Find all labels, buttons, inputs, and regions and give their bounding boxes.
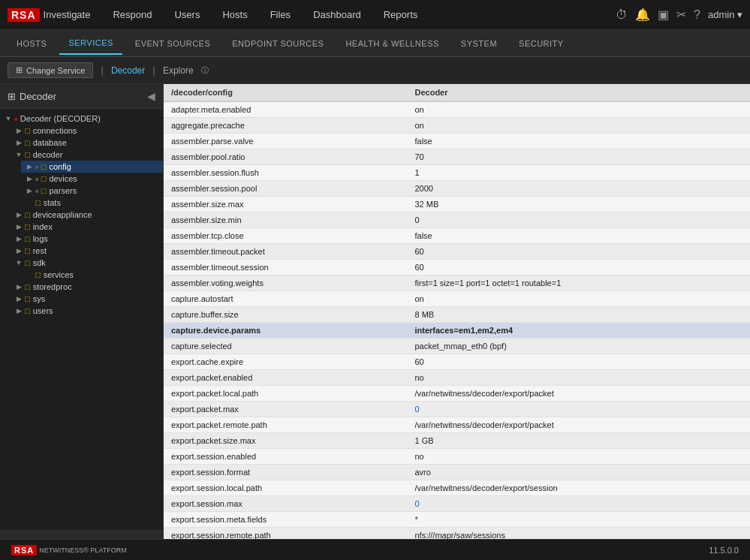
table-cell-value: 1 GB — [408, 433, 751, 449]
tree-label-devices[interactable]: ▶ ■ □ devices — [21, 173, 163, 185]
table-row[interactable]: export.session.meta.fields* — [164, 512, 750, 528]
tree-label-sys[interactable]: ▶ □ sys — [11, 293, 163, 305]
tab-system[interactable]: SYSTEM — [452, 33, 506, 54]
expand-sdk: ▼ — [14, 259, 23, 266]
collapse-sidebar-button[interactable]: ◀ — [147, 90, 155, 102]
tab-endpoint-sources[interactable]: ENDPOINT SOURCES — [223, 33, 333, 54]
table-row[interactable]: assembler.tcp.closefalse — [164, 228, 750, 244]
tools-icon[interactable]: ✂ — [676, 8, 686, 22]
table-row[interactable]: assembler.size.min0 — [164, 212, 750, 228]
tree-node-services: □ services — [21, 269, 163, 281]
tree-label-services[interactable]: □ services — [21, 269, 163, 281]
table-row[interactable]: capture.device.paramsinterfaces=em1,em2,… — [164, 323, 750, 339]
tree-label-parsers[interactable]: ▶ ■ □ parsers — [21, 185, 163, 197]
table-cell-key: assembler.parse.valve — [164, 134, 408, 149]
user-menu[interactable]: admin ▾ — [708, 9, 742, 20]
tree-label-config[interactable]: ▶ ■ □ config — [21, 161, 163, 173]
parsers-square-icon: ■ — [35, 188, 39, 194]
tab-security[interactable]: SECURITY — [510, 33, 573, 54]
table-row[interactable]: assembler.pool.ratio70 — [164, 149, 750, 165]
table-cell-key: export.session.meta.fields — [164, 512, 408, 528]
table-row[interactable]: assembler.session.flush1 — [164, 165, 750, 181]
table-row[interactable]: export.session.max0 — [164, 496, 750, 512]
expand-index: ▶ — [14, 223, 23, 230]
separator-1: | — [101, 65, 104, 77]
expand-database: ▶ — [14, 139, 23, 146]
nav-reports[interactable]: Reports — [380, 5, 422, 24]
table-cell-key: export.packet.size.max — [164, 433, 408, 449]
tree-label-decoder-root[interactable]: ▼ ■ Decoder (DECODER) — [0, 113, 163, 125]
devices-label: devices — [50, 174, 77, 183]
table-row[interactable]: export.session.local.path/var/netwitness… — [164, 480, 750, 496]
expand-connections: ▶ — [14, 127, 23, 134]
clock-icon[interactable]: ⏱ — [616, 8, 628, 22]
logs-label: logs — [33, 234, 48, 243]
data-table: /decoder/config Decoder adapter.meta.ena… — [164, 84, 750, 539]
tab-hosts[interactable]: HOSTS — [8, 33, 56, 54]
table-row[interactable]: aggregate.precacheon — [164, 118, 750, 134]
table-row[interactable]: adapter.meta.enabledon — [164, 101, 750, 118]
tree-label-connections[interactable]: ▶ □ connections — [11, 125, 163, 137]
table-row[interactable]: export.packet.enabledno — [164, 370, 750, 386]
table-row[interactable]: capture.selectedpacket_mmap_eth0 (bpf) — [164, 339, 750, 354]
table-row[interactable]: capture.buffer.size8 MB — [164, 307, 750, 323]
help-icon[interactable]: ? — [694, 8, 700, 22]
storedproc-label: storedproc — [33, 282, 72, 291]
table-row[interactable]: assembler.parse.valvefalse — [164, 134, 750, 149]
table-row[interactable]: assembler.voting.weightsfirst=1 size=1 p… — [164, 275, 750, 291]
table-cell-value: 70 — [408, 149, 751, 165]
change-service-button[interactable]: ⊞ Change Service — [8, 62, 93, 78]
table-row[interactable]: export.session.remote.pathnfs:///mapr/sa… — [164, 528, 750, 540]
table-row[interactable]: export.session.enabledno — [164, 449, 750, 465]
nav-users[interactable]: Users — [170, 5, 203, 24]
table-row[interactable]: assembler.session.pool2000 — [164, 181, 750, 197]
nav-dashboard[interactable]: Dashboard — [309, 5, 365, 24]
bell-icon[interactable]: 🔔 — [635, 8, 650, 22]
decoder-breadcrumb[interactable]: Decoder — [111, 65, 145, 76]
nav-investigate[interactable]: Investigate — [40, 5, 95, 24]
table-row[interactable]: capture.autostarton — [164, 291, 750, 307]
table-row[interactable]: export.packet.max0 — [164, 402, 750, 417]
table-row[interactable]: export.session.formatavro — [164, 465, 750, 480]
table-row[interactable]: export.packet.size.max1 GB — [164, 433, 750, 449]
sidebar-scrollbar[interactable] — [0, 530, 163, 539]
nav-respond[interactable]: Respond — [109, 5, 155, 24]
nav-files[interactable]: Files — [267, 5, 294, 24]
bottom-rsa-text: RSA — [11, 545, 37, 555]
folder-logs-icon: □ — [25, 234, 30, 243]
nav-hosts[interactable]: Hosts — [218, 5, 251, 24]
table-header-row: /decoder/config Decoder — [164, 84, 750, 101]
top-nav-right: ⏱ 🔔 ▣ ✂ ? admin ▾ — [616, 8, 742, 22]
rsa-logo: RSA — [8, 8, 40, 22]
bottom-logo-sub: NETWITNESS® PLATFORM — [39, 546, 126, 554]
tree-label-sdk[interactable]: ▼ □ sdk — [11, 257, 163, 269]
tree-node-connections: ▶ □ connections — [11, 125, 163, 137]
right-content: /decoder/config Decoder adapter.meta.ena… — [164, 84, 750, 539]
table-cell-value: first=1 size=1 port=1 octet=1 routable=1 — [408, 275, 751, 291]
config-table: /decoder/config Decoder adapter.meta.ena… — [164, 84, 750, 539]
table-row[interactable]: export.packet.local.path/var/netwitness/… — [164, 386, 750, 402]
tree-node-rest: ▶ □ rest — [11, 245, 163, 257]
tab-health-wellness[interactable]: HEALTH & WELLNESS — [336, 33, 447, 54]
tree-label-stats[interactable]: □ stats — [21, 197, 163, 209]
tree-node-stats: □ stats — [21, 197, 163, 209]
tree-label-logs[interactable]: ▶ □ logs — [11, 233, 163, 245]
table-row[interactable]: assembler.size.max32 MB — [164, 197, 750, 212]
col-header-key: /decoder/config — [164, 84, 408, 101]
tree-label-decoder-folder[interactable]: ▼ □ decoder — [11, 149, 163, 161]
expand-decoder-folder: ▼ — [14, 151, 23, 158]
tab-event-sources[interactable]: EVENT SOURCES — [126, 33, 219, 54]
tree-label-index[interactable]: ▶ □ index — [11, 221, 163, 233]
table-row[interactable]: assembler.timeout.packet60 — [164, 244, 750, 260]
table-row[interactable]: export.packet.remote.path/var/netwitness… — [164, 417, 750, 433]
screen-icon[interactable]: ▣ — [658, 8, 669, 22]
tree-label-users[interactable]: ▶ □ users — [11, 305, 163, 317]
tree-label-rest[interactable]: ▶ □ rest — [11, 245, 163, 257]
tree-label-database[interactable]: ▶ □ database — [11, 137, 163, 149]
tree-label-deviceappliance[interactable]: ▶ □ deviceappliance — [11, 209, 163, 221]
table-row[interactable]: export.cache.expire60 — [164, 354, 750, 370]
tree-label-storedproc[interactable]: ▶ □ storedproc — [11, 281, 163, 293]
table-row[interactable]: assembler.timeout.session60 — [164, 260, 750, 275]
expand-sys: ▶ — [14, 295, 23, 303]
tab-services[interactable]: SERVICES — [59, 32, 122, 55]
